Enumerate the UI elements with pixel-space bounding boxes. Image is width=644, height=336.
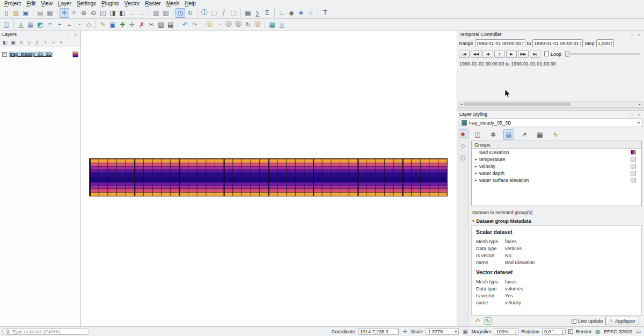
render-checkbox[interactable]: ✓: [568, 329, 573, 334]
new-project-icon[interactable]: ▯: [2, 8, 11, 18]
dataset-style-swatch[interactable]: [631, 178, 636, 182]
step-forward-button[interactable]: ▶▶: [518, 50, 529, 58]
locate-input[interactable]: Type to locate (Ctrl+K): [2, 328, 89, 335]
dataset-style-swatch[interactable]: [631, 164, 636, 169]
skip-to-start-button[interactable]: |◀: [459, 50, 470, 58]
layer-row[interactable]: ✓ trap_steady_05_3D: [0, 50, 80, 58]
layer-visibility-checkbox[interactable]: ✓: [2, 52, 7, 57]
zoom-last-icon[interactable]: ←: [127, 8, 137, 18]
expand-all-icon[interactable]: +: [42, 39, 49, 46]
dataset-style-swatch[interactable]: [631, 150, 636, 155]
new-print-layout-icon[interactable]: ▤: [35, 8, 45, 18]
open-layer-styling-icon[interactable]: ◧: [2, 39, 9, 46]
text-annotation-icon[interactable]: T: [320, 8, 330, 18]
menu-view[interactable]: View: [38, 0, 55, 7]
add-spatialite-layer-icon[interactable]: ◒: [64, 20, 74, 30]
coordinate-field[interactable]: 1014.7,236.3: [358, 328, 399, 335]
temporal-slider-handle[interactable]: [565, 51, 569, 57]
open-project-icon[interactable]: ▨: [11, 8, 21, 18]
layer-diagram-icon[interactable]: ◔: [214, 20, 224, 30]
data-source-manager-icon[interactable]: ◫: [2, 20, 11, 30]
manage-map-themes-icon[interactable]: ≡: [18, 39, 25, 46]
refresh-style-icon[interactable]: ↻: [484, 317, 492, 325]
rotation-spinbox[interactable]: 0,0 ° ▴▾: [542, 328, 566, 335]
play-forward-button[interactable]: ▶: [506, 50, 517, 58]
select-features-icon[interactable]: ▢: [209, 8, 219, 18]
expand-arrow-icon[interactable]: ▸: [474, 171, 478, 176]
menu-project[interactable]: Project: [2, 0, 24, 7]
datasets-subtab-icon[interactable]: ◫: [472, 129, 483, 140]
zoom-full-icon[interactable]: ◰: [98, 8, 108, 18]
open-attribute-table-icon[interactable]: ▦: [243, 8, 253, 18]
move-feature-icon[interactable]: ✛: [127, 20, 137, 30]
lock-scale-icon[interactable]: ▣: [462, 328, 469, 335]
add-delimited-text-icon[interactable]: ≡: [45, 20, 55, 30]
history-tab-icon[interactable]: ◷: [459, 153, 467, 162]
map-tips-icon[interactable]: ◆: [287, 8, 296, 18]
live-update-checkbox[interactable]: ✓: [572, 319, 576, 324]
close-panel-icon[interactable]: ×: [636, 112, 642, 118]
spin-arrows[interactable]: ▴▾: [611, 41, 612, 46]
menu-help[interactable]: Help: [182, 0, 199, 7]
new-3d-map-view-icon[interactable]: ▧: [151, 8, 161, 18]
magnifier-spinbox[interactable]: 100% ▴▾: [494, 328, 518, 335]
add-postgis-layer-icon[interactable]: ◓: [55, 20, 64, 30]
toggle-editing-icon[interactable]: ✎: [98, 20, 108, 30]
save-project-icon[interactable]: ▣: [21, 8, 31, 18]
menu-edit[interactable]: Edit: [24, 0, 38, 7]
select-by-expression-icon[interactable]: ƒ: [219, 8, 229, 18]
temporal-slider[interactable]: [565, 53, 640, 55]
step-spinbox[interactable]: 1,000 ▴▾: [596, 39, 614, 47]
filter-legend-icon[interactable]: ▽: [26, 39, 33, 46]
menu-plugins[interactable]: Plugins: [99, 0, 122, 7]
spin-down-icon[interactable]: ▾: [522, 43, 524, 46]
group-item-velocity[interactable]: ▸velocity: [472, 163, 641, 170]
zoom-in-icon[interactable]: ⊕: [79, 8, 89, 18]
vectors-subtab-icon[interactable]: ↗: [519, 129, 530, 140]
layer-labeling-icon[interactable]: ⓐ: [204, 20, 214, 30]
menu-mesh[interactable]: Mesh: [164, 0, 182, 7]
collapse-all-icon[interactable]: −: [50, 39, 57, 46]
edit-mesh-subtab-icon[interactable]: ϟ: [550, 129, 561, 140]
expand-arrow-icon[interactable]: ▸: [474, 157, 478, 162]
dataset-style-swatch[interactable]: [631, 157, 636, 162]
float-panel-icon[interactable]: ▫: [629, 112, 635, 118]
mesh-digitizing-icon[interactable]: ◬: [277, 20, 287, 30]
zoom-to-layer-icon[interactable]: ◧: [118, 8, 127, 18]
scroll-left-icon[interactable]: ◂: [459, 102, 464, 106]
statistical-summary-icon[interactable]: Σ: [262, 8, 272, 18]
mesh-calculator-icon[interactable]: ▦: [267, 20, 277, 30]
symbology-tab-icon[interactable]: ◆: [459, 129, 467, 138]
scale-combo[interactable]: 1:3778 ▾: [426, 328, 459, 335]
filter-by-expression-icon[interactable]: ƒ: [34, 39, 41, 46]
scrollbar-thumb[interactable]: [464, 103, 570, 106]
loop-checkbox[interactable]: [544, 52, 549, 56]
pin-labels-icon[interactable]: ⓐ: [224, 20, 233, 30]
apply-button[interactable]: ✎ Appliquer: [605, 317, 639, 325]
layer-name[interactable]: trap_steady_05_3D: [9, 52, 53, 57]
paste-features-icon[interactable]: ▤: [166, 20, 175, 30]
spin-arrows[interactable]: ▴▾: [515, 329, 517, 334]
temporal-controller-icon[interactable]: ◷: [175, 8, 185, 18]
expand-arrow-icon[interactable]: ▸: [474, 164, 478, 169]
range-start-spinbox[interactable]: 1990-01-01 00:00:00 ▴▾: [475, 39, 525, 47]
undo-style-icon[interactable]: ↶: [474, 317, 481, 325]
menu-vector[interactable]: Vector: [122, 0, 142, 7]
save-layer-edits-icon[interactable]: ▣: [108, 20, 118, 30]
zoom-next-icon[interactable]: →: [137, 8, 147, 18]
spin-down-icon[interactable]: ▾: [562, 332, 564, 334]
spin-down-icon[interactable]: ▾: [611, 43, 612, 46]
globe-crs-icon[interactable]: ◍: [594, 328, 601, 335]
copy-features-icon[interactable]: ▥: [156, 20, 166, 30]
menu-settings[interactable]: Settings: [74, 0, 99, 7]
general-settings-subtab-icon[interactable]: ✱: [488, 129, 499, 140]
map-view-manager-icon[interactable]: ▥: [161, 8, 171, 18]
range-end-spinbox[interactable]: 1990-01-01 06:00:01 ▴▾: [532, 39, 583, 47]
temporal-hscrollbar[interactable]: ◂ ▸: [458, 101, 643, 106]
pan-map-icon[interactable]: ✛: [60, 8, 69, 18]
group-item-water-surface-elevation[interactable]: ▸water surface elevation: [472, 177, 641, 184]
group-item-bed-elevation[interactable]: Bed Elevation: [472, 149, 641, 156]
spin-down-icon[interactable]: ▾: [580, 43, 582, 46]
delete-selected-icon[interactable]: ✗: [137, 20, 147, 30]
new-spatial-bookmark-icon[interactable]: ★: [296, 8, 306, 18]
